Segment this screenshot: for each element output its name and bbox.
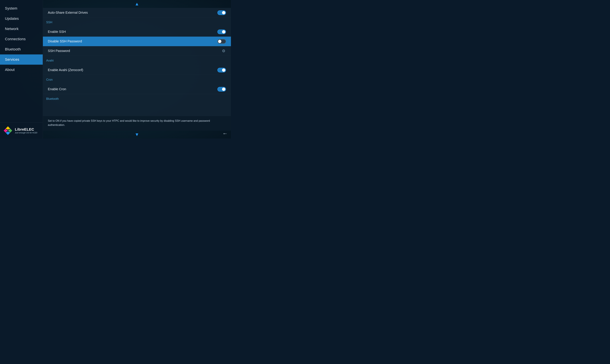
auto-share-toggle[interactable] <box>217 10 226 15</box>
logo-name: LibreELEC <box>15 127 37 132</box>
enable-ssh-toggle[interactable] <box>217 29 226 34</box>
scroll-down-button[interactable]: ▼ <box>43 131 231 139</box>
sidebar-logo: LibreELEC Just enough OS for KODI <box>0 123 43 139</box>
sidebar-item-system[interactable]: System <box>0 3 43 13</box>
enable-cron-row[interactable]: Enable Cron <box>43 84 231 94</box>
cron-section-header: Cron <box>43 75 231 84</box>
avahi-section-label: Avahi <box>46 59 228 62</box>
back-button[interactable]: ← <box>222 130 228 137</box>
cron-section-label: Cron <box>46 78 228 81</box>
sidebar-item-network[interactable]: Network <box>0 24 43 34</box>
disable-ssh-password-row[interactable]: Disable SSH Password <box>43 37 231 46</box>
sidebar-item-bluetooth[interactable]: Bluetooth <box>0 44 43 54</box>
auto-share-row[interactable]: Auto-Share External Drives <box>43 8 231 17</box>
content-area: ▲ Auto-Share External Drives SSH Enable … <box>43 0 231 139</box>
ssh-section-header: SSH <box>43 17 231 27</box>
enable-ssh-label: Enable SSH <box>48 30 217 34</box>
enable-avahi-label: Enable Avahi (Zeroconf) <box>48 68 217 72</box>
chevron-up-icon: ▲ <box>135 1 139 7</box>
svg-marker-2 <box>6 132 10 135</box>
disable-ssh-password-label: Disable SSH Password <box>48 39 217 43</box>
auto-share-label: Auto-Share External Drives <box>48 11 217 14</box>
sidebar-item-updates[interactable]: Updates <box>0 13 43 24</box>
back-arrow-icon: ← <box>222 130 228 136</box>
avahi-section-header: Avahi <box>43 56 231 65</box>
logo-text: LibreELEC Just enough OS for KODI <box>15 127 37 134</box>
ssh-password-row[interactable]: SSH Password ⚙ <box>43 46 231 56</box>
scroll-up-button[interactable]: ▲ <box>43 0 231 8</box>
enable-avahi-row[interactable]: Enable Avahi (Zeroconf) <box>43 65 231 75</box>
description-bar: Set to ON if you have copied private SSH… <box>43 116 231 131</box>
enable-ssh-row[interactable]: Enable SSH <box>43 27 231 37</box>
settings-panel: Auto-Share External Drives SSH Enable SS… <box>43 8 231 116</box>
svg-marker-0 <box>6 126 10 130</box>
sidebar: System Updates Network Connections Bluet… <box>0 0 43 139</box>
ssh-password-label: SSH Password <box>48 49 221 53</box>
sidebar-nav: System Updates Network Connections Bluet… <box>0 0 43 123</box>
ssh-password-gear-icon[interactable]: ⚙ <box>221 49 226 53</box>
description-text: Set to ON if you have copied private SSH… <box>48 119 226 127</box>
sidebar-item-about[interactable]: About <box>0 65 43 75</box>
enable-avahi-toggle[interactable] <box>217 68 226 72</box>
bluetooth-section-label: Bluetooth <box>46 97 228 101</box>
logo-tagline: Just enough OS for KODI <box>15 132 37 134</box>
bluetooth-section-header: Bluetooth <box>43 94 231 104</box>
libreelec-logo-icon <box>3 126 13 135</box>
sidebar-item-connections[interactable]: Connections <box>0 34 43 44</box>
chevron-down-icon: ▼ <box>135 132 139 137</box>
sidebar-item-services[interactable]: Services <box>0 54 43 65</box>
main-container: System Updates Network Connections Bluet… <box>0 0 231 139</box>
enable-cron-label: Enable Cron <box>48 87 217 91</box>
disable-ssh-password-toggle[interactable] <box>217 39 226 44</box>
enable-cron-toggle[interactable] <box>217 87 226 91</box>
ssh-section-label: SSH <box>46 21 228 24</box>
